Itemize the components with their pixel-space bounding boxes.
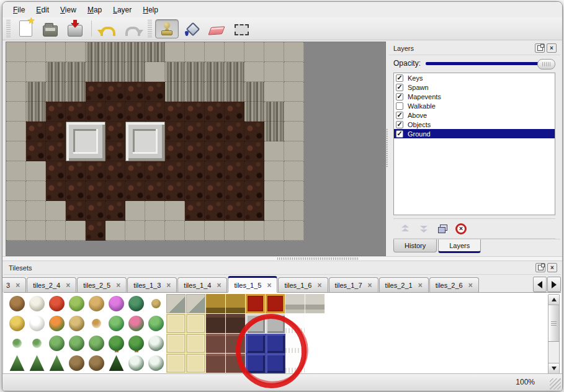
tileset-tab-tiles_1_4[interactable]: tiles_1_4× — [177, 277, 227, 292]
open-button[interactable] — [38, 19, 62, 38]
layer-row-above[interactable]: Above — [394, 110, 555, 120]
undo-button[interactable] — [96, 19, 120, 38]
tileset-tile-palm[interactable] — [107, 334, 127, 354]
tileset-tile-cane[interactable] — [87, 294, 107, 314]
move-up-layer-button[interactable] — [396, 221, 414, 237]
tileset-tile-clothtop[interactable] — [285, 314, 305, 334]
layer-row-ground[interactable]: Ground — [394, 129, 555, 138]
tileset-tile-pine[interactable] — [7, 354, 27, 373]
tileset-tile-blank[interactable] — [305, 334, 325, 354]
tileset-tab-tiles_2_1[interactable]: tiles_2_1× — [379, 277, 429, 292]
tileset-tile-tanfloor[interactable] — [186, 354, 206, 373]
layer-checkbox[interactable] — [396, 102, 403, 110]
close-panel-button[interactable]: × — [547, 43, 557, 53]
close-tab-icon[interactable]: × — [318, 282, 322, 289]
close-tab-icon[interactable]: × — [368, 282, 372, 289]
tileset-tile-carpet[interactable] — [246, 294, 266, 314]
tileset-tile-baretree[interactable] — [67, 354, 87, 373]
layer-row-mapevents[interactable]: Mapevents — [394, 92, 555, 101]
tileset-tile-tanfloor[interactable] — [166, 334, 186, 354]
tileset-tile-blank[interactable] — [325, 354, 345, 373]
tileset-tile-bush[interactable] — [67, 334, 87, 354]
tileset-tile-pinkbush[interactable] — [107, 294, 127, 314]
tileset-tab-tiles_2_4[interactable]: tiles_2_4× — [27, 277, 76, 292]
tileset-tile-midwood[interactable] — [206, 334, 226, 354]
tileset-tile-graywall[interactable] — [305, 294, 325, 314]
tileset-tab-tiles_2_6[interactable]: tiles_2_6× — [429, 277, 479, 292]
tileset-tab-tiles_1_5[interactable]: tiles_1_5× — [228, 276, 277, 293]
layer-row-objects[interactable]: Objects — [394, 120, 555, 129]
map-canvas[interactable] — [6, 42, 386, 256]
tileset-tile-carpet[interactable] — [266, 294, 285, 314]
close-tab-icon[interactable]: × — [66, 282, 70, 289]
layer-row-spawn[interactable]: Spawn — [394, 82, 555, 92]
tileset-tab-tiles_1_6[interactable]: tiles_1_6× — [278, 277, 328, 292]
tileset-tile-cloth[interactable] — [285, 354, 305, 373]
tileset-tile-snowpine[interactable] — [127, 354, 146, 373]
opacity-slider-handle[interactable] — [537, 59, 555, 69]
close-tab-icon[interactable]: × — [217, 282, 221, 289]
tileset-tile-darkwood[interactable] — [206, 314, 226, 334]
tileset-tile-palm[interactable] — [127, 334, 146, 354]
tileset-tile-pine[interactable] — [27, 354, 47, 373]
close-tab-icon[interactable]: × — [418, 282, 423, 289]
tileset-tile-snowmound[interactable] — [27, 314, 47, 334]
tileset-tile-blank[interactable] — [325, 294, 345, 314]
close-tab-icon[interactable]: × — [116, 282, 120, 289]
close-tab-icon[interactable]: × — [166, 282, 171, 289]
tileset-tile-tanfloor[interactable] — [186, 334, 206, 354]
tileset-tile-pine[interactable] — [47, 354, 67, 373]
tileset-tile-blank[interactable] — [325, 334, 345, 354]
tileset-tile-bush[interactable] — [87, 334, 107, 354]
tileset-tile-snowpine[interactable] — [146, 354, 166, 373]
menu-item-layer[interactable]: Layer — [107, 3, 137, 17]
eraser-button[interactable] — [205, 19, 228, 38]
tileset-tile-tanfloor[interactable] — [186, 314, 206, 334]
scroll-tabs-left-button[interactable] — [533, 277, 547, 292]
close-panel-button[interactable]: × — [547, 263, 557, 272]
tileset-tile-stone3d[interactable] — [266, 314, 285, 334]
menu-item-map[interactable]: Map — [82, 3, 107, 17]
tileset-tile-bluesel[interactable] — [246, 354, 266, 373]
fill-button[interactable] — [180, 19, 204, 38]
tileset-tile-rosebush[interactable] — [127, 314, 146, 334]
resize-grip[interactable] — [550, 378, 561, 390]
tileset-tile-deadtree[interactable] — [27, 294, 47, 314]
tileset-tile-twig[interactable] — [146, 294, 166, 314]
tileset-tile-blank[interactable] — [305, 314, 325, 334]
layer-checkbox[interactable] — [396, 84, 403, 91]
tileset-tab-tiles_1_3[interactable]: tiles_1_3× — [127, 277, 177, 292]
tileset-tile-blank[interactable] — [325, 314, 345, 334]
tileset-tile-cloth[interactable] — [285, 334, 305, 354]
layer-checkbox[interactable] — [396, 74, 403, 82]
menu-item-edit[interactable]: Edit — [30, 3, 55, 17]
tileset-tab-tiles_2_5[interactable]: tiles_2_5× — [77, 277, 127, 292]
tileset-tile-darkpine[interactable] — [107, 354, 127, 373]
tileset-tile-stump[interactable] — [67, 294, 87, 314]
scroll-down-button[interactable] — [548, 363, 559, 373]
float-panel-button[interactable] — [535, 43, 545, 53]
tileset-tile-snowpine[interactable] — [146, 334, 166, 354]
tileset-tile-leaves[interactable] — [87, 314, 107, 334]
close-tab-icon[interactable]: × — [267, 282, 271, 289]
scrollbar-thumb[interactable] — [548, 305, 559, 342]
tileset-tile-baretree[interactable] — [87, 354, 107, 373]
menu-item-view[interactable]: View — [55, 3, 82, 17]
tileset-tile-trunk[interactable] — [7, 294, 27, 314]
tileset-scrollbar[interactable] — [548, 294, 560, 374]
delete-layer-button[interactable] — [452, 221, 470, 237]
save-button[interactable] — [63, 19, 87, 38]
tileset-tile-stone3d[interactable] — [246, 314, 266, 334]
tileset-tile-lilypad[interactable] — [146, 314, 166, 334]
float-panel-button[interactable] — [535, 263, 545, 272]
tileset-grid[interactable] — [7, 294, 345, 373]
tileset-tile-tanfloor[interactable] — [166, 354, 186, 373]
layer-checkbox[interactable] — [396, 93, 403, 100]
tileset-tile-stonepath[interactable] — [186, 294, 206, 314]
select-button[interactable] — [230, 19, 253, 38]
layer-checkbox[interactable] — [396, 130, 403, 138]
layer-row-keys[interactable]: Keys — [394, 73, 555, 82]
menu-item-file[interactable]: File — [7, 3, 30, 17]
layer-checkbox[interactable] — [396, 112, 403, 119]
tab-history[interactable]: History — [393, 239, 437, 252]
